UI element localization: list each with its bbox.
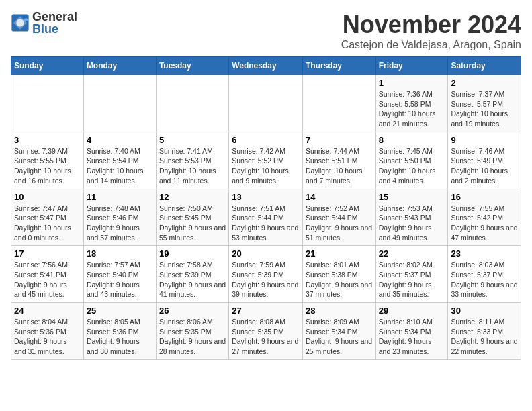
header-row: Sunday Monday Tuesday Wednesday Thursday… xyxy=(11,57,521,75)
day-number: 22 xyxy=(379,248,445,259)
calendar-cell: 3Sunrise: 7:39 AM Sunset: 5:55 PM Daylig… xyxy=(11,132,84,189)
calendar-week-1: 1Sunrise: 7:36 AM Sunset: 5:58 PM Daylig… xyxy=(11,75,521,132)
col-wednesday: Wednesday xyxy=(229,57,303,75)
day-info: Sunrise: 7:36 AM Sunset: 5:58 PM Dayligh… xyxy=(379,89,445,129)
logo-blue: Blue xyxy=(32,22,58,36)
day-info: Sunrise: 8:02 AM Sunset: 5:37 PM Dayligh… xyxy=(379,260,445,300)
day-number: 21 xyxy=(306,248,373,259)
calendar-cell: 8Sunrise: 7:45 AM Sunset: 5:50 PM Daylig… xyxy=(375,132,448,189)
day-number: 14 xyxy=(306,192,373,202)
calendar-week-2: 3Sunrise: 7:39 AM Sunset: 5:55 PM Daylig… xyxy=(11,132,521,189)
day-info: Sunrise: 7:53 AM Sunset: 5:43 PM Dayligh… xyxy=(379,203,445,243)
calendar-cell: 16Sunrise: 7:55 AM Sunset: 5:42 PM Dayli… xyxy=(448,189,521,246)
day-info: Sunrise: 7:52 AM Sunset: 5:44 PM Dayligh… xyxy=(306,203,373,243)
calendar-cell: 19Sunrise: 7:58 AM Sunset: 5:39 PM Dayli… xyxy=(156,246,228,303)
calendar-cell: 7Sunrise: 7:44 AM Sunset: 5:51 PM Daylig… xyxy=(302,132,375,189)
page-header: General Blue November 2024 Castejon de V… xyxy=(11,11,521,51)
calendar-cell: 17Sunrise: 7:56 AM Sunset: 5:41 PM Dayli… xyxy=(11,246,84,303)
day-number: 8 xyxy=(379,135,445,145)
calendar-cell: 18Sunrise: 7:57 AM Sunset: 5:40 PM Dayli… xyxy=(83,246,156,303)
day-number: 20 xyxy=(232,248,300,259)
calendar-cell xyxy=(156,75,228,132)
day-number: 2 xyxy=(451,78,518,88)
day-number: 13 xyxy=(232,192,300,202)
day-info: Sunrise: 8:03 AM Sunset: 5:37 PM Dayligh… xyxy=(451,260,518,300)
col-monday: Monday xyxy=(83,57,156,75)
calendar-cell: 10Sunrise: 7:47 AM Sunset: 5:47 PM Dayli… xyxy=(11,189,84,246)
calendar-cell: 15Sunrise: 7:53 AM Sunset: 5:43 PM Dayli… xyxy=(375,189,448,246)
calendar-cell: 6Sunrise: 7:42 AM Sunset: 5:52 PM Daylig… xyxy=(229,132,303,189)
day-info: Sunrise: 7:48 AM Sunset: 5:46 PM Dayligh… xyxy=(87,203,153,243)
day-info: Sunrise: 8:04 AM Sunset: 5:36 PM Dayligh… xyxy=(14,317,81,357)
calendar-cell: 30Sunrise: 8:11 AM Sunset: 5:33 PM Dayli… xyxy=(448,303,521,360)
day-info: Sunrise: 7:46 AM Sunset: 5:49 PM Dayligh… xyxy=(451,146,518,186)
calendar-cell: 29Sunrise: 8:10 AM Sunset: 5:34 PM Dayli… xyxy=(375,303,448,360)
location-title: Castejon de Valdejasa, Aragon, Spain xyxy=(341,39,521,51)
day-info: Sunrise: 8:09 AM Sunset: 5:34 PM Dayligh… xyxy=(306,317,373,357)
day-info: Sunrise: 7:44 AM Sunset: 5:51 PM Dayligh… xyxy=(306,146,373,186)
day-number: 6 xyxy=(232,135,300,145)
day-info: Sunrise: 7:39 AM Sunset: 5:55 PM Dayligh… xyxy=(14,146,81,186)
day-info: Sunrise: 7:59 AM Sunset: 5:39 PM Dayligh… xyxy=(232,260,300,300)
day-number: 30 xyxy=(451,306,518,316)
day-number: 26 xyxy=(159,306,226,316)
day-number: 29 xyxy=(379,306,445,316)
calendar-cell: 14Sunrise: 7:52 AM Sunset: 5:44 PM Dayli… xyxy=(302,189,375,246)
day-info: Sunrise: 8:01 AM Sunset: 5:38 PM Dayligh… xyxy=(306,260,373,300)
day-info: Sunrise: 7:57 AM Sunset: 5:40 PM Dayligh… xyxy=(87,260,153,300)
calendar-cell: 12Sunrise: 7:50 AM Sunset: 5:45 PM Dayli… xyxy=(156,189,228,246)
day-number: 18 xyxy=(87,248,153,259)
day-number: 7 xyxy=(306,135,373,145)
day-info: Sunrise: 7:47 AM Sunset: 5:47 PM Dayligh… xyxy=(14,203,81,243)
calendar-cell: 5Sunrise: 7:41 AM Sunset: 5:53 PM Daylig… xyxy=(156,132,228,189)
day-number: 15 xyxy=(379,192,445,202)
col-sunday: Sunday xyxy=(11,57,84,75)
col-thursday: Thursday xyxy=(302,57,375,75)
col-tuesday: Tuesday xyxy=(156,57,228,75)
svg-point-2 xyxy=(16,19,24,26)
day-number: 4 xyxy=(87,135,153,145)
calendar-cell: 1Sunrise: 7:36 AM Sunset: 5:58 PM Daylig… xyxy=(375,75,448,132)
calendar-cell: 20Sunrise: 7:59 AM Sunset: 5:39 PM Dayli… xyxy=(229,246,303,303)
day-number: 16 xyxy=(451,192,518,202)
calendar-cell: 9Sunrise: 7:46 AM Sunset: 5:49 PM Daylig… xyxy=(448,132,521,189)
day-info: Sunrise: 7:58 AM Sunset: 5:39 PM Dayligh… xyxy=(159,260,226,300)
day-number: 9 xyxy=(451,135,518,145)
calendar-table: Sunday Monday Tuesday Wednesday Thursday… xyxy=(11,56,521,360)
day-info: Sunrise: 7:51 AM Sunset: 5:44 PM Dayligh… xyxy=(232,203,300,243)
calendar-cell xyxy=(302,75,375,132)
calendar-cell xyxy=(229,75,303,132)
day-info: Sunrise: 7:40 AM Sunset: 5:54 PM Dayligh… xyxy=(87,146,153,186)
col-saturday: Saturday xyxy=(448,57,521,75)
logo-text: General Blue xyxy=(32,11,77,35)
col-friday: Friday xyxy=(375,57,448,75)
day-number: 10 xyxy=(14,192,81,202)
calendar-cell: 27Sunrise: 8:08 AM Sunset: 5:35 PM Dayli… xyxy=(229,303,303,360)
calendar-cell: 23Sunrise: 8:03 AM Sunset: 5:37 PM Dayli… xyxy=(448,246,521,303)
day-number: 24 xyxy=(14,306,81,316)
day-number: 19 xyxy=(159,248,226,259)
day-info: Sunrise: 8:11 AM Sunset: 5:33 PM Dayligh… xyxy=(451,317,518,357)
day-info: Sunrise: 7:42 AM Sunset: 5:52 PM Dayligh… xyxy=(232,146,300,186)
calendar-cell xyxy=(83,75,156,132)
calendar-cell: 11Sunrise: 7:48 AM Sunset: 5:46 PM Dayli… xyxy=(83,189,156,246)
day-number: 25 xyxy=(87,306,153,316)
day-info: Sunrise: 8:05 AM Sunset: 5:36 PM Dayligh… xyxy=(87,317,153,357)
calendar-cell: 13Sunrise: 7:51 AM Sunset: 5:44 PM Dayli… xyxy=(229,189,303,246)
calendar-cell: 4Sunrise: 7:40 AM Sunset: 5:54 PM Daylig… xyxy=(83,132,156,189)
day-info: Sunrise: 8:06 AM Sunset: 5:35 PM Dayligh… xyxy=(159,317,226,357)
calendar-cell: 24Sunrise: 8:04 AM Sunset: 5:36 PM Dayli… xyxy=(11,303,84,360)
month-title: November 2024 xyxy=(341,11,521,39)
calendar-cell: 26Sunrise: 8:06 AM Sunset: 5:35 PM Dayli… xyxy=(156,303,228,360)
logo-icon xyxy=(11,13,30,32)
title-area: November 2024 Castejon de Valdejasa, Ara… xyxy=(341,11,521,51)
day-info: Sunrise: 7:41 AM Sunset: 5:53 PM Dayligh… xyxy=(159,146,226,186)
day-info: Sunrise: 7:56 AM Sunset: 5:41 PM Dayligh… xyxy=(14,260,81,300)
day-info: Sunrise: 7:45 AM Sunset: 5:50 PM Dayligh… xyxy=(379,146,445,186)
calendar-cell: 2Sunrise: 7:37 AM Sunset: 5:57 PM Daylig… xyxy=(448,75,521,132)
day-number: 23 xyxy=(451,248,518,259)
day-info: Sunrise: 8:10 AM Sunset: 5:34 PM Dayligh… xyxy=(379,317,445,357)
calendar-cell: 22Sunrise: 8:02 AM Sunset: 5:37 PM Dayli… xyxy=(375,246,448,303)
day-info: Sunrise: 8:08 AM Sunset: 5:35 PM Dayligh… xyxy=(232,317,300,357)
day-number: 1 xyxy=(379,78,445,88)
